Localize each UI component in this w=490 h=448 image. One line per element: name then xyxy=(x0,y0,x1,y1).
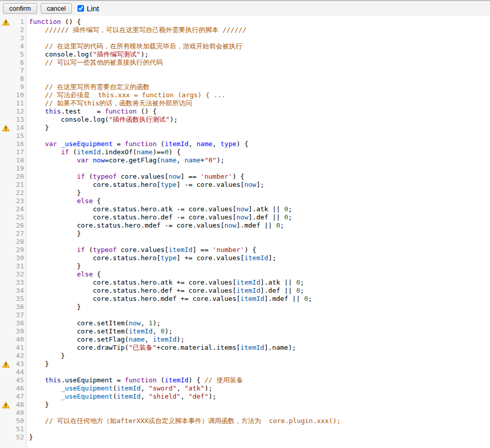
gutter-cell: 48 xyxy=(0,401,27,409)
code-line[interactable]: 31 } xyxy=(0,262,490,270)
code-line[interactable]: 23 else { xyxy=(0,197,490,205)
code-text xyxy=(27,409,29,417)
code-line[interactable]: 28 xyxy=(0,238,490,246)
code-line[interactable]: 27 } xyxy=(0,230,490,238)
code-line[interactable]: 50 // 可以在任何地方（如afterXXX或自定义脚本事件）调用函数，方法为… xyxy=(0,417,490,425)
confirm-button[interactable]: confirm xyxy=(3,3,37,14)
code-line[interactable]: 7 xyxy=(0,67,490,75)
code-line[interactable]: 6 // 可以写一些其他的被直接执行的代码 xyxy=(0,59,490,67)
code-line[interactable]: 24 core.status.hero.atk -= core.values[n… xyxy=(0,205,490,213)
lint-warning-icon[interactable] xyxy=(0,361,11,368)
code-area[interactable]: 1function () {2 ////// 插件编写，可以在这里写自己额外需要… xyxy=(0,16,490,441)
gutter-cell: 47 xyxy=(0,393,27,401)
line-number: 31 xyxy=(11,262,27,270)
line-number: 44 xyxy=(11,368,27,376)
lint-label: Lint xyxy=(87,4,99,13)
gutter-cell: 26 xyxy=(0,221,27,230)
line-number: 21 xyxy=(11,181,27,189)
code-line[interactable]: 51 xyxy=(0,425,490,433)
line-number: 6 xyxy=(11,59,27,67)
line-number: 14 xyxy=(11,124,27,132)
code-line[interactable]: 14 } xyxy=(0,124,490,132)
code-line[interactable]: 48 } xyxy=(0,401,490,409)
lint-warning-icon[interactable] xyxy=(0,402,11,408)
gutter-cell: 18 xyxy=(0,156,27,164)
gutter-cell: 44 xyxy=(0,368,27,376)
line-number: 11 xyxy=(11,99,27,107)
code-text: } xyxy=(27,303,81,311)
code-line[interactable]: 49 xyxy=(0,409,490,417)
code-line[interactable]: 34 core.status.hero.def += core.values[i… xyxy=(0,287,490,295)
code-line[interactable]: 30 core.status.hero[type] += core.values… xyxy=(0,254,490,262)
lint-toggle[interactable]: Lint xyxy=(77,4,99,13)
code-line[interactable]: 44 xyxy=(0,368,490,376)
code-line[interactable]: 17 if (itemId.indexOf(name)==0) { xyxy=(0,148,490,156)
code-line[interactable]: 12 this.test = function () { xyxy=(0,107,490,116)
code-text: core.setItem(itemId, 0); xyxy=(27,327,173,335)
code-text: // 可以在任何地方（如afterXXX或自定义脚本事件）调用函数，方法为 co… xyxy=(27,417,341,425)
code-line[interactable]: 25 core.status.hero.def -= core.values[n… xyxy=(0,213,490,221)
code-line[interactable]: 20 if (typeof core.values[now] == 'numbe… xyxy=(0,173,490,181)
line-number: 7 xyxy=(11,67,27,75)
code-text: _useEquipment(itemId, "shield", "def"); xyxy=(27,393,216,401)
gutter-cell: 37 xyxy=(0,311,27,319)
gutter-cell: 42 xyxy=(0,352,27,360)
code-line[interactable]: 5 console.log("插件编写测试"); xyxy=(0,50,490,59)
line-number: 36 xyxy=(11,303,27,311)
code-line[interactable]: 15 xyxy=(0,132,490,140)
code-line[interactable]: 18 var now=core.getFlag(name, name+"0"); xyxy=(0,156,490,164)
code-text: _useEquipment(itemId, "sword", "atk"); xyxy=(27,384,212,393)
code-line[interactable]: 42 } xyxy=(0,352,490,360)
code-line[interactable]: 52} xyxy=(0,433,490,441)
lint-warning-icon[interactable] xyxy=(0,125,11,131)
code-line[interactable]: 19 xyxy=(0,164,490,173)
cancel-button[interactable]: cancel xyxy=(41,3,72,14)
gutter-cell: 14 xyxy=(0,124,27,132)
gutter-cell: 1 xyxy=(0,18,27,26)
gutter-cell: 35 xyxy=(0,295,27,303)
code-line[interactable]: 29 if (typeof core.values[itemId] == 'nu… xyxy=(0,246,490,254)
line-number: 1 xyxy=(11,18,27,26)
code-line[interactable]: 9 // 在这里写所有需要自定义的函数 xyxy=(0,83,490,91)
code-line[interactable]: 10 // 写法必须是 this.xxx = function (args) {… xyxy=(0,91,490,99)
code-line[interactable]: 35 core.status.hero.mdef += core.values[… xyxy=(0,295,490,303)
code-line[interactable]: 1function () { xyxy=(0,18,490,26)
code-line[interactable]: 45 this.useEquipment = function (itemId)… xyxy=(0,376,490,384)
code-line[interactable]: 33 core.status.hero.atk += core.values[i… xyxy=(0,278,490,287)
code-line[interactable]: 26 core.status.hero.mdef -= core.values[… xyxy=(0,221,490,230)
code-line[interactable]: 43 } xyxy=(0,360,490,368)
code-text xyxy=(27,311,29,319)
code-text: // 写法必须是 this.xxx = function (args) { ..… xyxy=(27,91,226,99)
code-text: } xyxy=(27,401,49,409)
code-line[interactable]: 22 } xyxy=(0,189,490,197)
code-line[interactable]: 16 var _useEquipment = function (itemId,… xyxy=(0,140,490,148)
code-text: var now=core.getFlag(name, name+"0"); xyxy=(27,156,225,164)
code-line[interactable]: 4 // 在这里写的代码，在所有模块加载完毕后，游戏开始前会被执行 xyxy=(0,42,490,50)
line-number: 23 xyxy=(11,197,27,205)
code-line[interactable]: 39 core.setItem(itemId, 0); xyxy=(0,327,490,335)
gutter-cell: 30 xyxy=(0,254,27,262)
gutter-cell: 29 xyxy=(0,246,27,254)
code-line[interactable]: 21 core.status.hero[type] -= core.values… xyxy=(0,181,490,189)
line-number: 28 xyxy=(11,238,27,246)
code-line[interactable]: 46 _useEquipment(itemId, "sword", "atk")… xyxy=(0,384,490,393)
code-line[interactable]: 2 ////// 插件编写，可以在这里写自己额外需要执行的脚本 ////// xyxy=(0,26,490,34)
code-line[interactable]: 13 console.log("插件函数执行测试"); xyxy=(0,116,490,124)
code-line[interactable]: 3 xyxy=(0,34,490,42)
line-number: 27 xyxy=(11,230,27,238)
code-line[interactable]: 41 core.drawTip("已装备"+core.material.item… xyxy=(0,344,490,352)
code-line[interactable]: 36 } xyxy=(0,303,490,311)
lint-checkbox[interactable] xyxy=(77,5,84,12)
line-number: 24 xyxy=(11,205,27,213)
code-text: } xyxy=(27,230,81,238)
code-line[interactable]: 37 xyxy=(0,311,490,319)
code-line[interactable]: 8 xyxy=(0,75,490,83)
gutter-cell: 33 xyxy=(0,278,27,287)
code-editor[interactable]: 1function () {2 ////// 插件编写，可以在这里写自己额外需要… xyxy=(0,16,490,448)
code-line[interactable]: 32 else { xyxy=(0,270,490,278)
code-line[interactable]: 11 // 如果不写this的话，函数将无法被外部所访问 xyxy=(0,99,490,107)
code-line[interactable]: 40 core.setFlag(name, itemId); xyxy=(0,335,490,344)
lint-warning-icon[interactable] xyxy=(0,19,11,25)
code-line[interactable]: 47 _useEquipment(itemId, "shield", "def"… xyxy=(0,393,490,401)
code-line[interactable]: 38 core.setItem(now, 1); xyxy=(0,319,490,327)
